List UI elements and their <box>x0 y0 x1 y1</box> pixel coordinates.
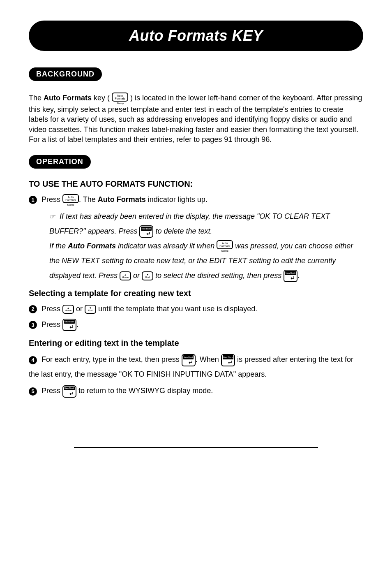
key-label: New Block <box>64 387 75 390</box>
enter-key-icon: New Block <box>284 270 297 282</box>
text: Press <box>42 320 62 329</box>
key-label: Auto <box>222 242 228 245</box>
enter-key-icon: New Block <box>139 225 153 238</box>
key-sublabel: Stamp <box>67 204 74 206</box>
text: to return to the WYSIWYG display mode. <box>76 387 213 395</box>
page-title: Auto Formats KEY <box>129 27 263 44</box>
key-label: Auto <box>68 196 74 199</box>
pointer-icon: ☞ <box>49 210 55 223</box>
key-label: End <box>88 309 93 312</box>
step-2: 2 Press ▲Home or ▼End until the template… <box>29 302 363 315</box>
auto-formats-key-icon: AutoFormatsStamp <box>217 240 233 252</box>
text: key ( <box>92 94 112 102</box>
key-label: Home <box>122 276 129 278</box>
step-5: 5 Press New Block to return to the WYSIW… <box>29 384 363 397</box>
key-label: New Block <box>183 355 194 359</box>
section-pill-operation: OPERATION <box>29 155 91 169</box>
auto-formats-key-icon: AutoFormatsStamp <box>62 194 79 206</box>
footer-rule <box>74 447 318 448</box>
step-4: 4 For each entry, type in the text, then… <box>29 352 363 382</box>
text: The <box>29 94 44 102</box>
key-label: Home <box>65 309 71 312</box>
enter-key-icon: New Block <box>62 319 76 331</box>
section-pill-background: BACKGROUND <box>29 67 102 81</box>
entering-editing-heading: Entering or editing text in the template <box>29 338 363 348</box>
auto-formats-key-icon: AutoFormatsStamp <box>112 93 128 104</box>
text: or <box>74 305 85 313</box>
bold-text: Auto Formats <box>98 195 146 204</box>
key-label: Formats <box>115 97 125 100</box>
text: indicator lights up. <box>146 195 208 204</box>
step-number-icon: 2 <box>29 305 37 313</box>
enter-key-icon: New Block <box>62 385 76 398</box>
key-label: Auto <box>117 94 123 97</box>
page: Auto Formats KEY BACKGROUND The Auto For… <box>0 0 392 464</box>
text: . When <box>196 355 221 364</box>
operation-heading: TO USE THE AUTO FORMATS FUNCTION: <box>29 179 363 189</box>
text: Press <box>42 305 62 313</box>
key-label: New Block <box>141 227 152 231</box>
step-number-icon: 4 <box>29 356 37 364</box>
home-key-icon: ▲Home <box>62 305 74 314</box>
text: . <box>76 320 78 329</box>
key-label: New Block <box>223 355 233 359</box>
text: If the <box>49 242 68 250</box>
background-paragraph: The Auto Formats key ( AutoFormatsStamp … <box>29 93 363 144</box>
key-label: New Block <box>64 320 75 324</box>
text: . The <box>79 195 98 204</box>
step-3: 3 Press New Block. <box>29 318 363 331</box>
text: or <box>131 271 142 280</box>
step-number-icon: 3 <box>29 321 37 329</box>
step-1: 1 Press AutoFormatsStamp. The Auto Forma… <box>29 193 363 206</box>
note-block: ☞ If text has already been entered in th… <box>49 209 363 283</box>
enter-key-icon: New Block <box>182 354 196 366</box>
text: Press <box>42 195 62 204</box>
text: Press <box>42 387 62 395</box>
end-key-icon: ▼End <box>142 271 153 280</box>
step-number-icon: 5 <box>29 387 37 396</box>
text: until the template that you want use is … <box>96 305 257 313</box>
text: to delete the text. <box>153 227 212 235</box>
text: indicator was already lit when <box>116 242 217 250</box>
enter-key-icon: New Block <box>221 354 235 366</box>
bold-text: Auto Formats <box>68 242 116 250</box>
text: For each entry, type in the text, then p… <box>42 355 182 364</box>
home-key-icon: ▲Home <box>120 271 131 280</box>
key-sublabel: Stamp <box>116 102 123 104</box>
step-number-icon: 1 <box>29 196 37 204</box>
end-key-icon: ▼End <box>85 305 96 314</box>
key-sublabel: Stamp <box>221 250 228 252</box>
text: . <box>297 271 300 280</box>
key-label: New Block <box>285 271 296 275</box>
text: to select the disired setting, then pres… <box>153 271 284 280</box>
bold-text: Auto Formats <box>44 94 92 102</box>
selecting-template-heading: Selecting a template for creating new te… <box>29 289 363 298</box>
key-label: End <box>145 276 150 278</box>
title-bar: Auto Formats KEY <box>29 21 363 51</box>
key-label: Formats <box>219 245 230 248</box>
key-label: Formats <box>65 199 76 201</box>
